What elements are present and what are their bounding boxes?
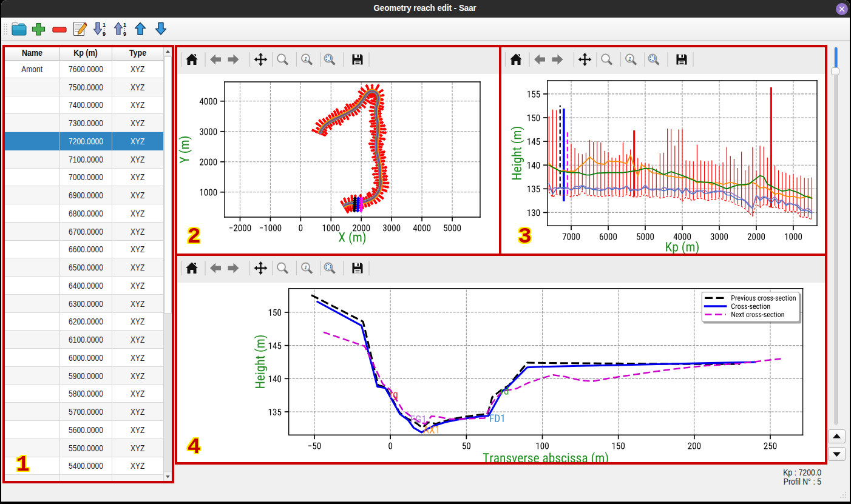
svg-text:1: 1 [628, 56, 631, 62]
svg-text:9: 9 [103, 31, 106, 37]
svg-text:1: 1 [123, 22, 126, 28]
svg-text:1: 1 [103, 22, 106, 28]
svg-text:1: 1 [304, 56, 307, 62]
svg-text:9: 9 [123, 31, 126, 37]
svg-text:1: 1 [304, 264, 307, 270]
